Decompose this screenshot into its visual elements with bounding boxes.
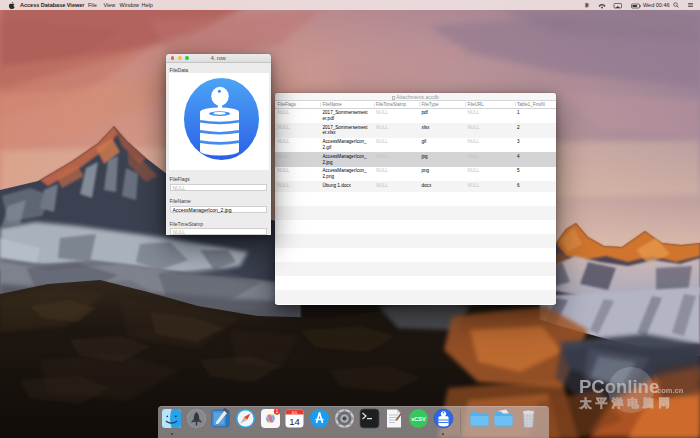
svg-text:14: 14 <box>290 416 301 427</box>
svg-text:JUL: JUL <box>292 411 298 415</box>
svg-text:.com.cn: .com.cn <box>655 386 684 395</box>
svg-text:太平洋电脑网: 太平洋电脑网 <box>579 397 674 410</box>
svg-text:PConline: PConline <box>579 376 659 397</box>
svg-text:xCSV: xCSV <box>411 416 426 422</box>
